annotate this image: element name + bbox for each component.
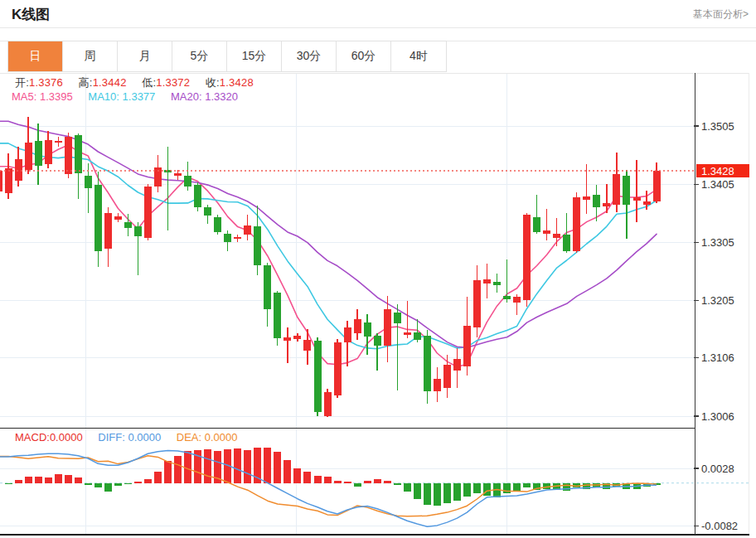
macd-bar [463,483,471,497]
price-axis-label: 1.3505 [701,120,734,133]
candle[interactable] [204,207,211,216]
candle[interactable] [384,309,391,346]
tab-月[interactable]: 月 [118,41,172,71]
candle[interactable] [404,332,411,335]
macd-axis-label: 0.0028 [701,463,734,475]
candle[interactable] [254,226,261,265]
candle[interactable] [633,197,641,201]
candle[interactable] [453,359,461,371]
macd-bar [15,480,22,483]
candle[interactable] [394,313,401,323]
macd-bar [303,472,311,482]
candle[interactable] [434,379,441,391]
candle[interactable] [374,336,381,346]
candle[interactable] [473,280,481,327]
macd-bar [473,483,481,493]
candle[interactable] [533,217,540,232]
candle[interactable] [443,365,451,388]
candle[interactable] [224,234,231,243]
candle[interactable] [15,159,22,181]
candle[interactable] [174,173,182,176]
candle[interactable] [274,293,281,338]
candle[interactable] [563,235,570,251]
candle[interactable] [643,201,651,205]
candle[interactable] [543,230,550,234]
candle[interactable] [134,226,142,235]
candle[interactable] [144,187,152,238]
candle[interactable] [5,168,12,193]
candle[interactable] [94,185,102,251]
candle[interactable] [314,341,322,412]
candle[interactable] [184,176,191,187]
candle[interactable] [264,265,271,309]
candle[interactable] [583,196,590,200]
tab-60分[interactable]: 60分 [337,41,391,71]
candle[interactable] [503,296,511,299]
candle[interactable] [214,217,221,232]
macd-bar [114,483,122,486]
candle[interactable] [85,176,92,188]
macd-bar [394,483,401,485]
candle[interactable] [303,340,311,351]
candle[interactable] [293,336,301,339]
candle[interactable] [284,337,291,341]
candle[interactable] [244,225,251,235]
macd-bar [5,483,12,484]
candle[interactable] [424,336,431,391]
macd-bar [25,477,32,483]
candle[interactable] [104,213,112,249]
candle[interactable] [354,319,361,333]
macd-bar [404,483,411,492]
candle[interactable] [653,171,661,201]
candle[interactable] [603,203,610,206]
candle[interactable] [483,279,491,284]
tab-30分[interactable]: 30分 [282,41,337,71]
candle[interactable] [35,141,42,166]
candle[interactable] [114,216,122,220]
candle[interactable] [55,141,62,143]
tab-4时[interactable]: 4时 [391,41,446,71]
macd-bar [104,483,112,492]
tab-周[interactable]: 周 [63,41,118,71]
candle[interactable] [623,176,630,204]
candle[interactable] [463,326,471,366]
macd-bar [164,461,172,483]
candle[interactable] [493,282,501,285]
tab-日[interactable]: 日 [8,41,63,71]
tab-15分[interactable]: 15分 [227,41,282,71]
candle[interactable] [553,234,560,238]
price-axis-label: 1.3305 [701,236,734,249]
fundamental-analysis-link[interactable]: 基本面分析> [693,7,749,22]
candle[interactable] [593,195,600,207]
candle[interactable] [25,143,32,171]
candle[interactable] [45,140,52,164]
candle[interactable] [0,171,2,191]
candle[interactable] [75,135,82,173]
candle[interactable] [523,215,531,299]
macd-bar [134,482,142,482]
macd-bar [35,477,42,483]
macd-bar [274,452,281,483]
candle[interactable] [194,185,201,207]
interval-tabs: 日周月5分15分30分60分4时 [7,41,447,72]
macd-bar [65,475,72,483]
candle[interactable] [613,174,620,205]
candle[interactable] [344,327,351,342]
macd-bar [314,476,322,483]
candle[interactable] [414,332,421,340]
tab-5分[interactable]: 5分 [172,41,227,71]
candle[interactable] [65,137,72,174]
chart-canvas[interactable]: 1.35051.34051.33051.32051.31061.30060.00… [0,73,749,536]
candle[interactable] [234,237,241,239]
candle[interactable] [124,222,132,228]
candle[interactable] [334,342,342,396]
macd-bar [94,483,102,487]
macd-bar [284,460,291,483]
macd-bar [293,468,301,483]
macd-bar [244,450,251,483]
candle[interactable] [513,297,521,303]
price-axis-label: 1.3106 [701,351,734,364]
candle[interactable] [364,322,371,337]
candle[interactable] [573,197,580,250]
candle[interactable] [324,392,332,416]
